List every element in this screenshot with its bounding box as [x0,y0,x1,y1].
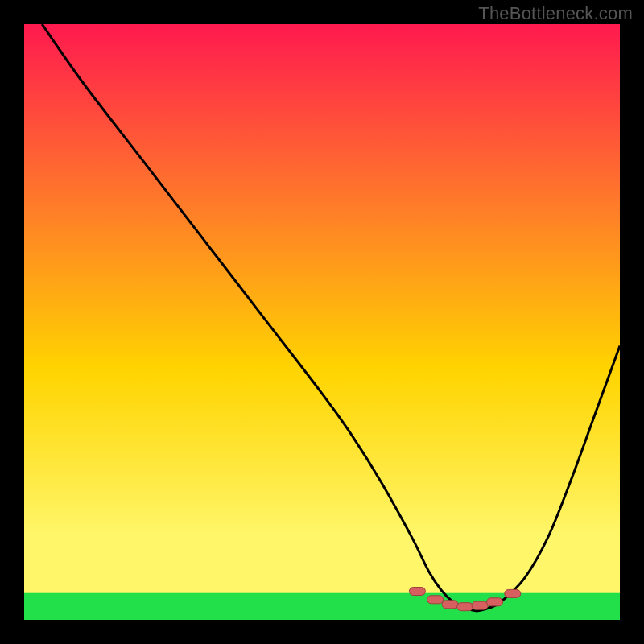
sweet-spot-marker [487,598,503,606]
bottleneck-chart [24,24,620,620]
optimal-band [24,593,620,620]
heatmap-background [24,24,620,620]
sweet-spot-marker [409,588,425,596]
chart-stage: TheBottleneck.com [0,0,644,644]
watermark-text: TheBottleneck.com [478,3,633,24]
sweet-spot-marker [442,601,458,609]
sweet-spot-marker [472,601,488,609]
plot-area [24,24,620,620]
sweet-spot-marker [427,596,444,604]
sweet-spot-marker [457,603,473,611]
sweet-spot-marker [505,589,521,597]
